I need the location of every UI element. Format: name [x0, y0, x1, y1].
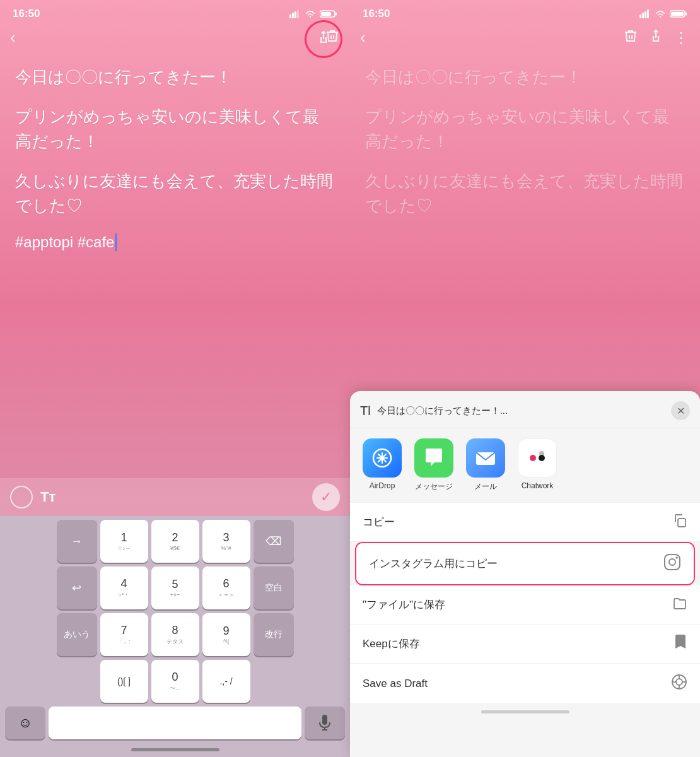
key-kana[interactable]: あいう	[57, 613, 97, 656]
save-keep-icon	[674, 635, 687, 653]
svg-rect-5	[335, 13, 337, 16]
color-circle-button[interactable]	[10, 486, 33, 508]
svg-rect-2	[295, 11, 296, 18]
svg-rect-0	[289, 15, 291, 18]
keyboard-row-2: あいう 7「」: 8テタス 9^\| 改行	[3, 613, 347, 656]
key-6[interactable]: 6＜＝＞	[202, 566, 250, 609]
svg-point-21	[539, 451, 544, 456]
svg-rect-22	[678, 519, 685, 527]
share-apps-row: AirDrop メッセージ メール	[350, 428, 700, 502]
svg-rect-3	[297, 9, 299, 18]
right-signal-icon	[639, 9, 651, 18]
share-app-airdrop[interactable]: AirDrop	[360, 438, 404, 492]
left-post-line2: プリンがめっちゃ安いのに美味しくて最高だった！	[15, 105, 335, 154]
save-keep-label: Keepに保存	[363, 637, 420, 651]
right-back-button[interactable]: ‹	[360, 28, 366, 47]
key-8[interactable]: 8テタス	[151, 613, 199, 656]
left-hashtags[interactable]: #apptopi #cafe	[15, 233, 335, 251]
svg-rect-12	[645, 11, 646, 18]
right-share-button[interactable]	[648, 28, 663, 47]
right-post-line1: 今日は〇〇に行ってきたー！	[365, 65, 685, 90]
share-action-instagram-copy[interactable]: インスタグラム用にコピー	[356, 543, 694, 584]
left-time: 16:50	[13, 8, 40, 20]
share-button-highlight	[305, 20, 342, 58]
share-doc-icon: Tl	[360, 404, 371, 418]
share-app-chatwork[interactable]: Chatwork	[515, 438, 559, 492]
instagram-copy-highlight: インスタグラム用にコピー	[355, 542, 695, 585]
right-status-icons	[639, 9, 687, 18]
chatwork-icon	[518, 438, 557, 478]
share-action-save-files[interactable]: "ファイル"に保存	[350, 585, 700, 625]
save-draft-icon	[671, 674, 687, 693]
key-7[interactable]: 7「」:	[100, 613, 148, 656]
airdrop-icon	[363, 438, 402, 478]
key-brackets[interactable]: ()[ ]	[100, 660, 148, 703]
svg-point-24	[669, 559, 675, 565]
left-back-button[interactable]: ‹	[10, 28, 16, 47]
key-space[interactable]: 空白	[254, 566, 294, 609]
right-home-bar	[481, 710, 569, 713]
save-draft-label: Save as Draft	[363, 678, 428, 690]
share-actions: コピー インスタグラム用にコピー	[350, 502, 700, 704]
svg-rect-7	[322, 715, 327, 725]
left-share-button[interactable]	[316, 30, 331, 49]
key-punctuation[interactable]: .,- /	[202, 660, 250, 703]
svg-rect-15	[685, 13, 687, 16]
key-enter[interactable]: 改行	[254, 613, 294, 656]
copy-icon	[672, 513, 687, 531]
right-more-button[interactable]: ⋮	[674, 29, 690, 47]
share-action-save-keep[interactable]: Keepに保存	[350, 625, 700, 664]
key-0[interactable]: 0〜…	[151, 660, 199, 703]
key-9[interactable]: 9^\|	[202, 613, 250, 656]
text-cursor	[115, 233, 117, 251]
messages-label: メッセージ	[415, 481, 453, 492]
left-format-toolbar: Tт ✓	[0, 478, 350, 516]
svg-rect-11	[642, 13, 644, 18]
mic-key[interactable]	[305, 707, 345, 739]
right-panel: 16:50 ‹	[350, 0, 700, 757]
right-post-line3: 久しぶりに友達にも会えて、充実した時間でした♡	[365, 169, 685, 218]
left-toolbar: ‹	[0, 25, 350, 52]
key-3[interactable]: 3%°#	[202, 520, 250, 563]
share-action-copy[interactable]: コピー	[350, 502, 700, 542]
share-app-mail[interactable]: メール	[464, 438, 508, 492]
keyboard-row-3: ()[ ] 0〜… .,- /	[3, 660, 347, 703]
left-status-icons	[289, 9, 337, 18]
signal-icon	[289, 9, 301, 18]
right-toolbar: ‹ ⋮	[350, 25, 700, 52]
key-4[interactable]: 4○*・	[100, 566, 148, 609]
chatwork-label: Chatwork	[522, 481, 554, 490]
save-files-label: "ファイル"に保存	[363, 597, 445, 612]
svg-rect-10	[639, 15, 641, 18]
right-status-bar: 16:50	[350, 0, 700, 25]
keyboard-bottom-row: ☺	[3, 707, 347, 742]
left-keyboard: → 1☆♪→ 2¥$€ 3%°# ⌫ ↩ 4○*・ 5+×÷ 6＜＝＞	[0, 516, 350, 757]
right-delete-button[interactable]	[623, 28, 638, 47]
key-arrow[interactable]: →	[57, 520, 97, 563]
key-1[interactable]: 1☆♪→	[100, 520, 148, 563]
svg-point-27	[676, 679, 682, 685]
left-home-indicator	[3, 742, 347, 757]
share-close-button[interactable]: ✕	[671, 401, 690, 420]
left-status-bar: 16:50	[0, 0, 350, 25]
confirm-button[interactable]: ✓	[312, 483, 340, 511]
key-undo[interactable]: ↩	[57, 566, 97, 609]
right-time: 16:50	[363, 8, 390, 20]
emoji-key[interactable]: ☺	[5, 707, 45, 739]
svg-point-25	[675, 556, 678, 559]
instagram-copy-icon	[663, 553, 681, 574]
key-5[interactable]: 5+×÷	[151, 566, 199, 609]
messages-icon	[414, 438, 453, 478]
key-delete[interactable]: ⌫	[254, 520, 294, 563]
svg-rect-23	[665, 555, 680, 570]
right-wifi-icon	[655, 9, 666, 18]
right-toolbar-right: ⋮	[623, 28, 690, 47]
spacebar[interactable]	[49, 707, 301, 739]
battery-icon	[320, 9, 337, 18]
svg-rect-13	[647, 9, 649, 18]
wifi-icon	[305, 9, 316, 18]
share-app-messages[interactable]: メッセージ	[412, 438, 456, 492]
key-2[interactable]: 2¥$€	[151, 520, 199, 563]
font-style-button[interactable]: Tт	[40, 489, 55, 505]
share-action-save-draft[interactable]: Save as Draft	[350, 664, 700, 704]
